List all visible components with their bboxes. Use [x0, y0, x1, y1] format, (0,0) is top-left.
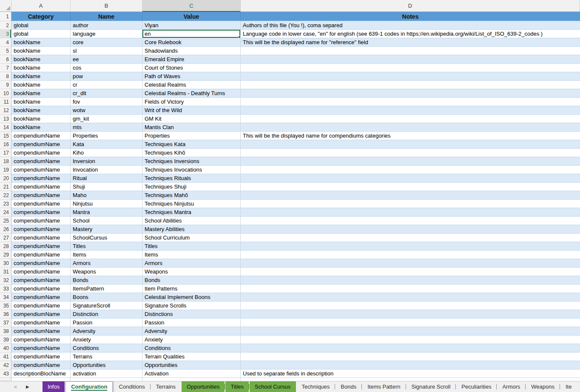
row-number[interactable]: 43	[0, 369, 11, 378]
cell-notes[interactable]	[241, 319, 580, 327]
cell-notes[interactable]	[241, 106, 580, 115]
cell-value[interactable]: Shadowlands	[142, 47, 241, 55]
cell-name[interactable]: Shuji	[71, 183, 142, 191]
cell-value[interactable]: Activation	[142, 369, 241, 378]
row-number[interactable]: 24	[0, 208, 11, 217]
cell-value[interactable]: Techniques Kihõ	[142, 149, 241, 157]
cell-name[interactable]: Inversion	[71, 157, 142, 166]
cell-value[interactable]: GM Kit	[142, 115, 241, 123]
cell-value[interactable]: Celestial Realms - Deathly Turns	[142, 89, 241, 98]
cell-name[interactable]: gm_kit	[71, 115, 142, 123]
cell-notes[interactable]	[241, 234, 580, 242]
cell-category[interactable]: compendiumName	[11, 259, 71, 268]
row-number[interactable]: 4	[0, 38, 11, 47]
row-number[interactable]: 41	[0, 353, 11, 361]
cell-value[interactable]: Emerald Empire	[142, 55, 241, 64]
row-number[interactable]: 38	[0, 327, 11, 336]
next-sheet-arrow-icon[interactable]: ▶	[26, 385, 29, 389]
cell-category[interactable]: bookName	[11, 47, 71, 55]
row-number[interactable]: 35	[0, 302, 11, 310]
sheet-tab-terrains[interactable]: Terrains	[151, 381, 181, 392]
row-number[interactable]: 21	[0, 183, 11, 191]
cell-value[interactable]: Vlyan	[142, 21, 241, 30]
header-cell-name[interactable]: Name	[71, 12, 142, 21]
cell-category[interactable]: compendiumName	[11, 157, 71, 166]
cell-category[interactable]: global	[11, 30, 71, 38]
row-number[interactable]: 37	[0, 319, 11, 327]
cell-notes[interactable]	[241, 183, 580, 191]
prev-sheet-arrow-icon[interactable]: ◀	[13, 385, 17, 389]
cell-category[interactable]: compendiumName	[11, 302, 71, 310]
row-number[interactable]: 2	[0, 21, 11, 30]
cell-category[interactable]: compendiumName	[11, 149, 71, 157]
cell-notes[interactable]	[241, 140, 580, 149]
row-number[interactable]: 3	[0, 30, 11, 38]
cell-name[interactable]: Mastery	[71, 225, 142, 234]
cell-category[interactable]: compendiumName	[11, 242, 71, 251]
cell-name[interactable]: Kata	[71, 140, 142, 149]
empty-cell[interactable]	[142, 378, 241, 381]
cell-category[interactable]: bookName	[11, 55, 71, 64]
cell-category[interactable]: compendiumName	[11, 319, 71, 327]
cell-name[interactable]: Opportunities	[71, 361, 142, 369]
cell-notes[interactable]	[241, 268, 580, 276]
row-number[interactable]: 6	[0, 55, 11, 64]
cell-name[interactable]: Armors	[71, 259, 142, 268]
cell-category[interactable]: bookName	[11, 72, 71, 81]
row-number[interactable]: 20	[0, 174, 11, 183]
cell-notes[interactable]	[241, 200, 580, 208]
cell-value[interactable]: Techniques Rituals	[142, 174, 241, 183]
cell-category[interactable]: compendiumName	[11, 183, 71, 191]
cell-name[interactable]: core	[71, 38, 142, 47]
cell-notes[interactable]	[241, 89, 580, 98]
cell-name[interactable]: wotw	[71, 106, 142, 115]
cell-category[interactable]: compendiumName	[11, 310, 71, 319]
cell-value[interactable]: Adversity	[142, 327, 241, 336]
row-number[interactable]: 40	[0, 344, 11, 353]
sheet-tab-techniques[interactable]: Techniques	[297, 381, 335, 392]
cell-value[interactable]: Weapons	[142, 268, 241, 276]
cell-value[interactable]: Bonds	[142, 276, 241, 285]
cell-notes[interactable]	[241, 276, 580, 285]
cell-notes[interactable]	[241, 149, 580, 157]
row-number[interactable]: 34	[0, 293, 11, 302]
sheet-tab-ite[interactable]: Ite	[560, 381, 577, 392]
cell-notes[interactable]	[241, 259, 580, 268]
cell-value[interactable]: Terrain Qualities	[142, 353, 241, 361]
cell-value[interactable]: Techniques Ninjutsu	[142, 200, 241, 208]
cell-notes[interactable]	[241, 285, 580, 293]
cell-notes[interactable]	[241, 361, 580, 369]
cell-category[interactable]: bookName	[11, 64, 71, 72]
cell-category[interactable]: bookName	[11, 89, 71, 98]
empty-cell[interactable]	[71, 378, 142, 381]
row-number[interactable]: 32	[0, 276, 11, 285]
cell-notes[interactable]	[241, 55, 580, 64]
cell-category[interactable]: compendiumName	[11, 268, 71, 276]
row-number[interactable]: 27	[0, 234, 11, 242]
row-number[interactable]: 36	[0, 310, 11, 319]
empty-cell[interactable]	[11, 378, 71, 381]
row-number[interactable]: 1	[0, 12, 11, 21]
cell-name[interactable]: author	[71, 21, 142, 30]
cell-category[interactable]: compendiumName	[11, 336, 71, 344]
sheet-tab-conditions[interactable]: Conditions	[114, 381, 150, 392]
cell-notes[interactable]	[241, 208, 580, 217]
cell-name[interactable]: fov	[71, 98, 142, 106]
cell-value[interactable]: School Curriculum	[142, 234, 241, 242]
cell-category[interactable]: bookName	[11, 98, 71, 106]
row-number[interactable]	[0, 378, 11, 381]
header-cell-notes[interactable]: Notes	[241, 12, 580, 21]
cell-name[interactable]: Anxiety	[71, 336, 142, 344]
cell-value[interactable]: en	[142, 30, 241, 38]
cell-name[interactable]: cos	[71, 64, 142, 72]
cell-value[interactable]: Techniques Kata	[142, 140, 241, 149]
cell-value[interactable]: Techniques Mahõ	[142, 191, 241, 200]
row-number[interactable]: 30	[0, 259, 11, 268]
cell-category[interactable]: compendiumName	[11, 344, 71, 353]
cell-category[interactable]: compendiumName	[11, 132, 71, 140]
cell-category[interactable]: global	[11, 21, 71, 30]
cell-name[interactable]: mts	[71, 123, 142, 132]
cell-value[interactable]: Celestial Realms	[142, 81, 241, 89]
row-number[interactable]: 22	[0, 191, 11, 200]
cell-name[interactable]: language	[71, 30, 142, 38]
